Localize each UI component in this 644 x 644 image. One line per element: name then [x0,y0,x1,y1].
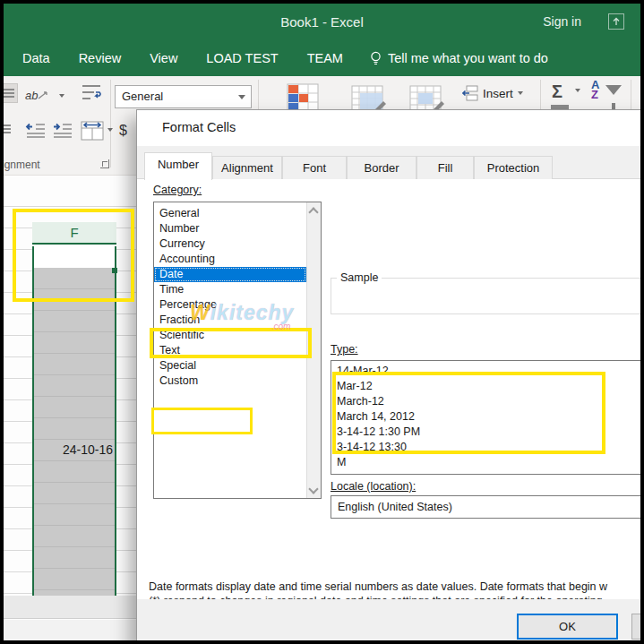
lightbulb-icon [370,51,382,66]
dialog-title-bar[interactable]: Format Cells [137,110,640,146]
type-item[interactable]: 3-14-12 1:30 PM [331,425,640,440]
scroll-down-icon[interactable] [310,485,319,494]
filter-funnel-icon [605,85,622,95]
dialog-body: Category: General Number Currency Accoun… [137,179,640,599]
category-listbox[interactable]: General Number Currency Accounting Date … [153,202,322,499]
category-item[interactable]: Custom [154,374,306,389]
category-item[interactable]: Currency [154,236,306,252]
title-bar: Book1 - Excel Sign in [4,4,640,40]
sort-filter-button[interactable]: A Z [591,80,599,99]
ribbon-tab-data[interactable]: Data [22,51,50,65]
type-item[interactable]: 3-14-12 13:30 [331,440,640,455]
orientation-icon[interactable]: ab [25,87,48,103]
tab-fill[interactable]: Fill [416,156,474,179]
tab-border[interactable]: Border [347,156,416,179]
selected-column-f[interactable]: F 24-10-16 [32,222,116,596]
category-scrollbar[interactable] [306,202,321,498]
autosum-dropdown-arrow[interactable] [575,89,580,92]
tell-me-box[interactable]: Tell me what you want to do [370,51,548,66]
sample-groupbox: Sample [331,271,640,314]
category-item[interactable]: Text [154,343,306,358]
format-cells-dialog: Format Cells Number Alignment Font Borde… [136,109,640,640]
dialog-tab-strip: Number Alignment Font Border Fill Protec… [137,146,640,179]
type-item[interactable]: M [331,455,640,470]
align-middle-icon[interactable] [4,83,18,103]
type-item[interactable]: Mar-12 [331,379,640,394]
type-item[interactable]: 14-Mar-12 [331,364,640,379]
autosum-button[interactable]: Σ [552,82,562,102]
dialog-footer: OK [137,599,640,640]
sign-in-link[interactable]: Sign in [543,14,581,29]
group-separator [110,80,111,167]
accounting-format-button[interactable]: $ [119,123,127,139]
locale-label: Locale (location): [331,480,416,493]
number-format-value: General [122,90,163,103]
ribbon-tab-review[interactable]: Review [79,51,122,65]
type-listbox[interactable]: 14-Mar-12 Mar-12 March-12 March 14, 2012… [331,360,640,475]
category-label: Category: [153,184,202,196]
tab-number[interactable]: Number [144,152,212,180]
locale-value: English (United States) [338,501,452,513]
merge-dropdown-arrow[interactable] [107,128,113,132]
ribbon-tab-view[interactable]: View [150,51,177,65]
wrap-text-icon[interactable] [81,83,102,107]
status-bar-strip [4,620,136,640]
worksheet-grid[interactable]: F 24-10-16 [4,176,136,640]
category-item-selected[interactable]: Date [154,267,306,282]
category-item[interactable]: Number [154,221,306,236]
increase-indent-icon[interactable] [52,123,73,142]
align-left-icon[interactable] [4,123,11,135]
dialog-title: Format Cells [162,120,236,134]
ok-button[interactable]: OK [517,614,618,640]
category-item[interactable]: Percentage [154,297,306,313]
orientation-dropdown-arrow[interactable] [59,94,64,98]
ribbon-tab-bar: Data Review View LOAD TEST TEAM Tell me … [4,40,640,76]
category-item[interactable]: Scientific [154,328,306,343]
insert-label: Insert [483,87,513,100]
category-item[interactable]: Time [154,282,306,297]
insert-cells-icon [462,85,478,101]
selection-handle[interactable] [112,268,117,273]
alignment-dialog-launcher-icon[interactable] [100,159,109,168]
locale-dropdown[interactable]: English (United States) [331,495,640,519]
chevron-down-icon [238,95,245,99]
merge-center-icon[interactable] [81,121,104,144]
scroll-up-icon[interactable] [310,206,319,215]
column-f-selection-fill: 24-10-16 [34,268,115,596]
insert-dropdown-arrow [518,91,523,95]
insert-button[interactable]: Insert [462,85,523,101]
ribbon-tab-team[interactable]: TEAM [307,51,343,65]
ribbon-tab-load-test[interactable]: LOAD TEST [206,51,278,65]
ribbon-display-options-icon[interactable] [608,13,624,30]
tell-me-label: Tell me what you want to do [388,51,548,65]
type-item[interactable]: March-12 [331,394,640,409]
tab-alignment[interactable]: Alignment [212,156,282,179]
tab-font[interactable]: Font [282,156,347,179]
sample-label: Sample [337,271,382,284]
date-cell-value[interactable]: 24-10-16 [34,439,113,460]
cancel-button[interactable] [631,614,640,640]
column-f-cells[interactable]: 24-10-16 [32,246,116,596]
number-format-dropdown[interactable]: General [115,85,252,108]
category-item[interactable]: Special [154,358,306,374]
alignment-group-label: ignment [4,159,40,171]
category-item[interactable]: Accounting [154,252,306,267]
decrease-indent-icon[interactable] [25,123,47,142]
sheet-bottom-band [4,596,136,619]
type-item[interactable]: March 14, 2012 [331,409,640,425]
type-label: Type: [331,343,358,356]
column-f-header[interactable]: F [32,222,116,245]
app-window: Book1 - Excel Sign in Data Review View L… [4,4,640,640]
category-item[interactable]: General [154,206,306,221]
tab-protection[interactable]: Protection [474,156,553,179]
category-item[interactable]: Fraction [154,313,306,328]
